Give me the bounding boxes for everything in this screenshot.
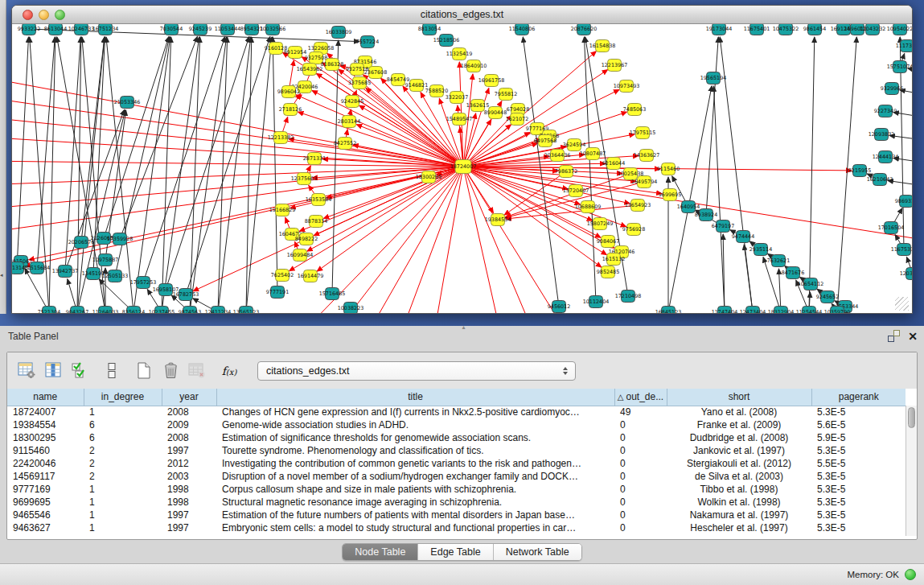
graph-node[interactable]: 10654112 — [798, 278, 824, 290]
memory-ok-indicator[interactable] — [905, 569, 916, 580]
network-window-titlebar[interactable]: citations_edges.txt — [12, 6, 912, 24]
graph-node[interactable]: 10975887 — [92, 254, 119, 266]
column-header-out_de[interactable]: △out_de... — [614, 389, 667, 406]
column-header-short[interactable]: short — [667, 389, 811, 406]
graph-node[interactable]: 9933222 — [18, 24, 40, 35]
graph-node[interactable]: 10112404 — [583, 296, 610, 308]
column-header-in_degree[interactable]: in_degree — [84, 389, 162, 406]
close-window-button[interactable] — [23, 10, 33, 20]
graph-node[interactable]: 10246733 — [68, 24, 95, 35]
column-header-year[interactable]: year — [162, 389, 216, 406]
graph-node[interactable]: 19173044 — [706, 24, 733, 35]
graph-node[interactable]: 13942737 — [52, 266, 79, 278]
table-row[interactable]: 1872400712008Changes of HCN gene express… — [7, 406, 906, 418]
graph-node[interactable]: 16543962 — [297, 64, 323, 76]
graph-node[interactable]: 11325419 — [446, 48, 473, 60]
delete-table-icon[interactable] — [186, 359, 208, 383]
graph-node[interactable]: 17210498 — [615, 290, 642, 303]
graph-node[interactable]: 15751074 — [887, 61, 912, 73]
scrollbar-thumb[interactable] — [908, 407, 915, 428]
new-column-icon[interactable] — [133, 359, 155, 383]
graph-node[interactable]: 7625402 — [271, 270, 294, 282]
graph-node[interactable]: 7632621 — [767, 255, 790, 267]
network-graph[interactable]: 1872400791601288912954132260589327508165… — [12, 24, 912, 313]
splitter-handle-icon[interactable]: ▴ — [462, 323, 466, 331]
graph-node[interactable]: 10032566 — [260, 24, 286, 35]
graph-node[interactable]: 13654923 — [625, 200, 651, 212]
table-row[interactable]: 1456911722003Disruption of a novel membe… — [7, 470, 906, 483]
graph-node[interactable]: 3322037 — [446, 92, 468, 104]
graph-node[interactable]: 16033809 — [326, 27, 352, 39]
tab-edge-table[interactable]: Edge Table — [418, 544, 493, 560]
select-columns-icon[interactable] — [68, 359, 91, 383]
collapse-arrow-icon[interactable]: ◂ — [0, 272, 3, 278]
graph-node[interactable]: 8471676 — [782, 267, 804, 279]
graph-node[interactable]: 19565194 — [700, 72, 727, 84]
graph-node[interactable]: 2803144 — [338, 116, 360, 128]
graph-node[interactable]: 9777191 — [266, 286, 289, 299]
row-height-icon[interactable] — [101, 359, 123, 383]
graph-node[interactable]: 12505133 — [102, 270, 129, 282]
graph-node[interactable]: 12213382 — [268, 132, 294, 144]
zoom-window-button[interactable] — [55, 10, 65, 20]
graph-node[interactable]: 16751234 — [92, 24, 119, 35]
graph-node[interactable]: 11254544 — [796, 307, 823, 314]
dropdown-stepper-icon[interactable] — [561, 365, 570, 377]
network-window[interactable]: citations_edges.txt 18724007916012889129… — [11, 5, 913, 314]
graph-node[interactable]: 12444134 — [873, 151, 899, 163]
graph-node[interactable]: 8427552 — [334, 138, 356, 150]
column-header-pagerank[interactable]: pagerank — [811, 389, 906, 406]
graph-node[interactable]: 18640910 — [461, 60, 487, 72]
table-row[interactable]: 977716911998Corpus callosum shape and si… — [7, 483, 906, 496]
graph-node[interactable]: 8613044 — [44, 24, 67, 35]
graph-node[interactable]: 10475322 — [773, 24, 799, 35]
graph-node[interactable]: 12034155 — [900, 268, 912, 280]
graph-node[interactable]: 16914479 — [298, 270, 324, 282]
graph-node[interactable]: 19384554 — [485, 214, 511, 226]
graph-node[interactable]: 9043267 — [66, 307, 88, 314]
graph-node[interactable]: 9242845 — [341, 96, 363, 108]
graph-node[interactable]: 11540806 — [509, 24, 536, 35]
graph-node[interactable]: 20364436 — [544, 150, 571, 162]
graph-node[interactable]: 9699695 — [659, 189, 681, 201]
graph-node[interactable]: 7485063 — [623, 104, 646, 116]
column-header-title[interactable]: title — [216, 389, 614, 406]
graph-node[interactable]: 9329966 — [881, 83, 903, 95]
graph-node[interactable]: 2935114 — [749, 244, 772, 256]
minimize-window-button[interactable] — [39, 10, 49, 20]
float-panel-icon[interactable] — [888, 330, 900, 342]
graph-node[interactable]: 14363627 — [634, 150, 660, 162]
graph-node[interactable]: 7030544 — [160, 24, 183, 35]
graph-node[interactable]: 9456012 — [548, 301, 570, 313]
graph-node[interactable]: 9869312 — [895, 196, 912, 208]
graph-node[interactable]: 16961758 — [478, 75, 505, 87]
graph-node[interactable]: 11675334 — [891, 244, 912, 256]
graph-node[interactable]: 9227349 — [874, 105, 897, 117]
graph-node[interactable]: 12213967 — [602, 60, 628, 72]
graph-node[interactable]: 12473404 — [740, 307, 766, 314]
left-panel-collapsed-strip[interactable]: ◂ — [0, 0, 6, 314]
column-header-name[interactable]: name — [7, 389, 84, 406]
graph-node[interactable]: 9115460 — [657, 163, 680, 175]
tab-node-table[interactable]: Node Table — [343, 544, 418, 560]
table-row[interactable]: 911546021997Tourette syndrome. Phenomeno… — [7, 444, 906, 457]
graph-node[interactable]: 8813054 — [418, 24, 441, 35]
table-row[interactable]: 969969511998Structural magnetic resonanc… — [7, 496, 906, 509]
fx-icon[interactable]: f(x) — [218, 359, 240, 383]
table-row[interactable]: 946554611997Estimation of the future num… — [7, 509, 906, 521]
graph-node[interactable]: 1117304 — [896, 40, 912, 52]
graph-node[interactable]: 7521304 — [38, 307, 60, 314]
graph-node[interactable]: 11675401 — [744, 24, 770, 35]
graph-node[interactable]: 9874563 — [179, 307, 201, 314]
graph-node[interactable]: 13565123 — [233, 307, 260, 314]
graph-node[interactable]: 20876620 — [571, 24, 598, 35]
graph-node[interactable]: 3624594 — [563, 139, 585, 151]
graph-node[interactable]: 2718126 — [279, 104, 302, 116]
graph-node[interactable]: 10237455 — [149, 307, 175, 314]
graph-node[interactable]: 16845123 — [655, 307, 682, 314]
close-panel-icon[interactable]: ✕ — [908, 331, 918, 342]
graph-node[interactable]: 8878334 — [305, 216, 327, 228]
table-row[interactable]: 2242004622012Investigating the contribut… — [7, 457, 906, 470]
table-row[interactable]: 1938455462009Genome-wide association stu… — [7, 418, 906, 431]
graph-node[interactable]: 2871331 — [303, 153, 326, 165]
